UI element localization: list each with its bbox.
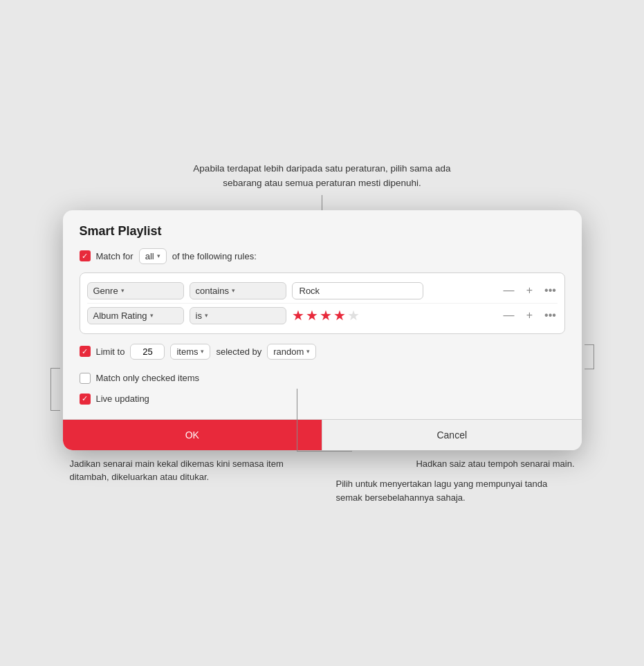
limit-row: ✓ Limit to items ▾ selected by random ▾ [80, 344, 565, 360]
limit-bracket [585, 344, 594, 369]
match-row: ✓ Match for all ▾ of the following rules… [80, 248, 565, 264]
genre-rule-actions: — + ••• [502, 284, 558, 297]
match-all-arrow: ▾ [157, 252, 160, 259]
buttons-row: OK Cancel [63, 419, 582, 450]
albumrating-field-dropdown[interactable]: Album Rating ▾ [87, 307, 184, 324]
bottom-right-bottom-annotation: Pilih untuk menyertakan lagu yang mempun… [336, 477, 575, 504]
limit-method-arrow: ▾ [306, 348, 310, 355]
albumrating-add-button[interactable]: + [523, 308, 537, 322]
limit-number-input[interactable] [130, 344, 165, 360]
live-updating-bracket [50, 368, 60, 411]
live-updating-option-row: ✓ Live updating [80, 389, 565, 409]
albumrating-field-arrow: ▾ [150, 312, 154, 319]
genre-more-button[interactable]: ••• [544, 284, 558, 297]
genre-remove-button[interactable]: — [502, 284, 516, 297]
top-callout-line [322, 195, 323, 210]
genre-add-button[interactable]: + [523, 284, 537, 297]
genre-field-dropdown[interactable]: Genre ▾ [87, 282, 184, 299]
ok-button[interactable]: OK [63, 420, 322, 450]
albumrating-rule-actions: — + ••• [502, 308, 558, 322]
genre-operator-value: contains [196, 286, 229, 296]
limit-unit-arrow: ▾ [201, 348, 204, 355]
cancel-button[interactable]: Cancel [322, 420, 582, 450]
selected-by-label: selected by [216, 346, 261, 357]
live-updating-label: Live updating [96, 394, 149, 404]
albumrating-field-value: Album Rating [93, 311, 147, 321]
following-text: of the following rules: [172, 251, 257, 261]
albumrating-more-button[interactable]: ••• [544, 308, 558, 322]
match-label: Match for [96, 251, 134, 261]
albumrating-operator-arrow: ▾ [205, 312, 208, 319]
dialog-title: Smart Playlist [80, 224, 565, 239]
match-checked-vline [297, 389, 298, 451]
top-annotation-block: Apabila terdapat lebih daripada satu per… [191, 162, 454, 210]
outer-container: Apabila terdapat lebih daripada satu per… [14, 162, 630, 504]
limit-method-value: random [273, 346, 304, 357]
genre-field-arrow: ▾ [121, 287, 125, 294]
match-checkbox-check: ✓ [82, 252, 88, 261]
bottom-right-annotations: Hadkan saiz atau tempoh senarai main. Pi… [322, 450, 582, 505]
stars-rating[interactable]: ★ ★ ★ ★ ★ [292, 307, 360, 324]
top-annotation-text: Apabila terdapat lebih daripada satu per… [191, 162, 454, 191]
rule-row-genre: Genre ▾ contains ▾ — + ••• [87, 279, 558, 303]
genre-operator-arrow: ▾ [232, 287, 235, 294]
albumrating-operator-dropdown[interactable]: is ▾ [190, 307, 286, 324]
limit-unit-dropdown[interactable]: items ▾ [170, 344, 210, 360]
limit-label: Limit to [96, 346, 125, 357]
genre-operator-dropdown[interactable]: contains ▾ [190, 282, 286, 299]
star-3[interactable]: ★ [320, 307, 332, 324]
genre-value-input[interactable] [292, 282, 423, 299]
match-checked-label: Match only checked items [96, 373, 200, 383]
dialog-wrapper: Smart Playlist ✓ Match for all ▾ of the … [63, 210, 582, 505]
match-checked-option-row: Match only checked items [80, 368, 565, 389]
star-2[interactable]: ★ [306, 307, 318, 324]
live-updating-check: ✓ [82, 394, 88, 403]
options-area: Match only checked items ✓ Live updating [80, 368, 565, 409]
match-all-value: all [145, 251, 154, 261]
star-5[interactable]: ★ [347, 307, 360, 324]
match-checkbox[interactable]: ✓ [80, 250, 91, 261]
albumrating-operator-value: is [196, 311, 202, 321]
smart-playlist-dialog: Smart Playlist ✓ Match for all ▾ of the … [63, 210, 582, 450]
bottom-left-annotation: Jadikan senarai main kekal dikemas kini … [63, 450, 322, 505]
rule-row-album-rating: Album Rating ▾ is ▾ ★ ★ ★ ★ ★ [87, 303, 558, 328]
limit-method-dropdown[interactable]: random ▾ [267, 344, 316, 360]
star-4[interactable]: ★ [333, 307, 346, 324]
bottom-right-top-annotation: Hadkan saiz atau tempoh senarai main. [336, 457, 575, 471]
limit-checkbox[interactable]: ✓ [80, 346, 91, 357]
rules-area: Genre ▾ contains ▾ — + ••• [80, 272, 565, 334]
match-checked-checkbox[interactable] [80, 373, 91, 384]
limit-unit-value: items [176, 346, 198, 357]
star-1[interactable]: ★ [292, 307, 304, 324]
genre-field-value: Genre [93, 286, 118, 296]
limit-checkbox-check: ✓ [82, 347, 88, 356]
albumrating-remove-button[interactable]: — [502, 308, 516, 322]
live-updating-checkbox[interactable]: ✓ [80, 394, 91, 405]
bottom-annotations: Jadikan senarai main kekal dikemas kini … [63, 450, 582, 505]
match-all-dropdown[interactable]: all ▾ [139, 248, 167, 264]
